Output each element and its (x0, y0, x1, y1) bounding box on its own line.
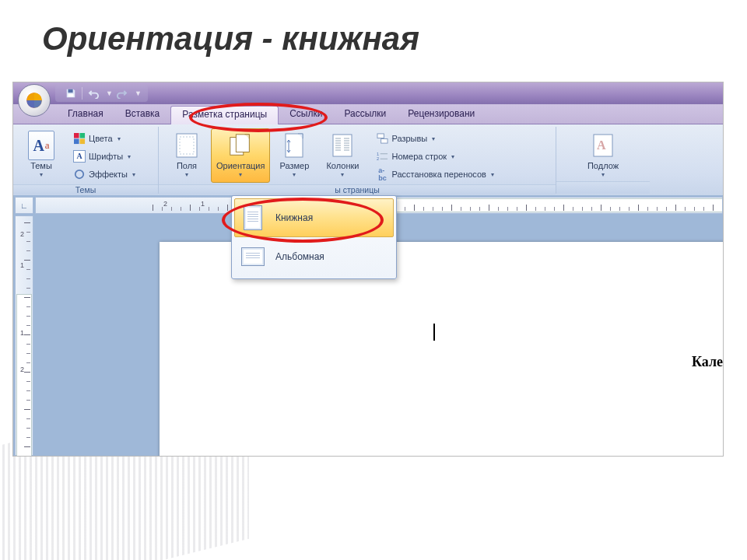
watermark-button[interactable]: A Подлож▾ (579, 128, 627, 180)
quick-access-toolbar: ▼ ▼ (55, 85, 148, 102)
group-themes-label: Темы (13, 184, 158, 194)
ribbon-tabs: Главная Вставка Разметка страницы Ссылки… (13, 104, 723, 124)
theme-effects-button[interactable]: Эффекты▾ (68, 166, 140, 183)
tab-review[interactable]: Рецензировани (397, 104, 486, 124)
theme-fonts-label: Шрифты (89, 152, 123, 161)
landscape-page-icon (241, 247, 265, 266)
qat-redo[interactable] (114, 86, 130, 100)
svg-rect-2 (74, 133, 79, 138)
group-themes: Aa Темы ▾ Цвета▾ A Шрифты▾ (13, 127, 159, 194)
text-cursor (433, 324, 435, 341)
ribbon: Aa Темы ▾ Цвета▾ A Шрифты▾ (13, 124, 723, 197)
hyphenation-label: Расстановка переносов (391, 170, 486, 179)
document-partial-text: Кале (692, 354, 723, 370)
qat-undo-more[interactable]: ▼ (106, 89, 113, 97)
orientation-landscape-item[interactable]: Альбомная (234, 237, 394, 276)
svg-rect-11 (286, 134, 303, 157)
office-button[interactable] (18, 84, 51, 117)
breaks-label: Разрывы (391, 134, 427, 143)
theme-effects-label: Эффекты (89, 170, 128, 179)
svg-rect-5 (79, 138, 85, 144)
word-screenshot: ▼ ▼ Главная Вставка Разметка страницы Сс… (12, 82, 724, 457)
tab-references[interactable]: Ссылки (279, 104, 333, 124)
theme-colors-label: Цвета (89, 134, 113, 143)
slide-title: Ориентация - книжная (42, 20, 419, 58)
svg-rect-1 (68, 94, 74, 97)
orientation-landscape-label: Альбомная (275, 251, 324, 262)
line-numbers-button[interactable]: 12 Номера строк▾ (371, 148, 498, 165)
tab-home[interactable]: Главная (57, 104, 114, 124)
orientation-menu: Книжная Альбомная (231, 195, 397, 279)
tab-page-layout[interactable]: Разметка страницы (170, 106, 279, 124)
svg-point-6 (75, 170, 84, 179)
qat-customize[interactable]: ▼ (135, 89, 142, 97)
columns-button[interactable]: Колонки▾ (318, 128, 366, 183)
group-page-setup-label: ы страницы (159, 184, 556, 194)
line-numbers-label: Номера строк (391, 152, 447, 161)
margins-button[interactable]: Поля▾ (163, 128, 211, 183)
svg-text:2: 2 (377, 156, 379, 161)
svg-text:A: A (597, 138, 606, 152)
orientation-portrait-label: Книжная (275, 212, 313, 223)
svg-rect-3 (79, 133, 85, 138)
tab-mailings[interactable]: Рассылки (333, 104, 397, 124)
orientation-portrait-item[interactable]: Книжная (234, 198, 394, 237)
size-button[interactable]: Размер▾ (270, 128, 318, 183)
ruler-corner[interactable]: ∟ (15, 197, 33, 214)
qat-save[interactable] (63, 86, 79, 100)
qat-undo[interactable] (86, 86, 101, 100)
group-page-setup: Поля▾ Ориентация▾ Размер▾ Колонки▾ (159, 127, 556, 194)
vertical-ruler[interactable]: 2 1 1 2 (15, 215, 33, 456)
theme-fonts-button[interactable]: A Шрифты▾ (68, 148, 140, 165)
svg-text:1: 1 (377, 152, 379, 156)
svg-rect-13 (377, 134, 384, 138)
window-titlebar: ▼ ▼ (13, 82, 723, 104)
svg-rect-10 (237, 135, 250, 152)
svg-rect-14 (381, 138, 388, 143)
breaks-button[interactable]: Разрывы▾ (371, 130, 498, 147)
themes-button[interactable]: Aa Темы ▾ (17, 128, 65, 183)
group-page-background: A Подлож▾ (556, 127, 650, 194)
svg-rect-4 (74, 138, 79, 144)
orientation-button[interactable]: Ориентация▾ (211, 128, 270, 183)
theme-colors-button[interactable]: Цвета▾ (68, 130, 140, 147)
hyphenation-button[interactable]: a‑bc Расстановка переносов▾ (371, 166, 498, 183)
tab-insert[interactable]: Вставка (114, 104, 171, 124)
portrait-page-icon (244, 205, 262, 230)
